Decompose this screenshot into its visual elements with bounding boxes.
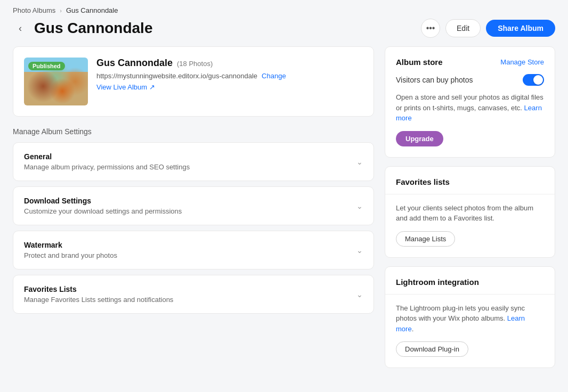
album-name: Gus Cannondale: [96, 58, 173, 69]
download-settings-section[interactable]: Download Settings Customize your downloa…: [13, 186, 374, 225]
back-button[interactable]: ‹: [13, 21, 28, 36]
general-settings-section[interactable]: General Manage album privacy, permission…: [13, 142, 374, 181]
manage-settings-label: Manage Album Settings: [13, 127, 374, 136]
general-section-desc: Manage album privacy, permissions and SE…: [24, 163, 190, 171]
lightroom-divider: [385, 294, 555, 295]
header-left: ‹ Gus Cannondale: [13, 20, 152, 37]
manage-lists-button[interactable]: Manage Lists: [396, 231, 455, 247]
left-panel: Published Gus Cannondale (18 Photos) htt…: [13, 46, 374, 377]
favorites-lists-settings-section[interactable]: Favorites Lists Manage Favorites Lists s…: [13, 275, 374, 314]
album-store-header: Album store Manage Store: [396, 58, 544, 67]
favorites-divider: [385, 194, 555, 194]
watermark-section-title: Watermark: [24, 241, 117, 249]
album-thumbnail-wrap: Published: [24, 58, 88, 105]
header-right: ••• Edit Share Album: [421, 19, 555, 38]
lightroom-card: Lightroom integration The Lightroom plug…: [385, 266, 555, 369]
photo-count: (18 Photos): [177, 60, 213, 68]
edit-button[interactable]: Edit: [445, 19, 481, 37]
album-url: https://mystunningwebsite.editorx.io/gus…: [96, 72, 257, 80]
visitors-buy-toggle-row: Visitors can buy photos: [396, 74, 544, 86]
share-album-button[interactable]: Share Album: [486, 20, 555, 37]
general-section-title: General: [24, 152, 190, 161]
breadcrumb-current: Gus Cannondale: [66, 6, 118, 14]
visitors-buy-label: Visitors can buy photos: [396, 76, 473, 84]
breadcrumb: Photo Albums › Gus Cannondale: [0, 0, 568, 14]
album-card: Published Gus Cannondale (18 Photos) htt…: [13, 46, 374, 117]
view-live-album-link[interactable]: View Live Album ↗: [96, 83, 363, 91]
published-badge: Published: [28, 62, 65, 70]
album-info: Gus Cannondale (18 Photos) https://mystu…: [96, 58, 363, 91]
page-header: ‹ Gus Cannondale ••• Edit Share Album: [0, 14, 568, 46]
album-store-desc: Open a store and sell your photos as dig…: [396, 92, 544, 124]
breadcrumb-parent[interactable]: Photo Albums: [13, 6, 55, 14]
favorites-lists-title: Favorites lists: [396, 177, 450, 186]
general-chevron-icon: ⌄: [356, 158, 363, 166]
lightroom-header: Lightroom integration: [396, 277, 544, 287]
album-store-card: Album store Manage Store Visitors can bu…: [385, 46, 555, 158]
lightroom-title: Lightroom integration: [396, 277, 479, 287]
main-content: Published Gus Cannondale (18 Photos) htt…: [0, 46, 568, 389]
favorites-section-title: Favorites Lists: [24, 285, 173, 293]
favorites-lists-desc: Let your clients select photos from the …: [396, 203, 544, 224]
download-section-desc: Customize your download settings and per…: [24, 207, 182, 215]
album-name-row: Gus Cannondale (18 Photos): [96, 58, 363, 69]
download-section-title: Download Settings: [24, 197, 182, 205]
manage-store-link[interactable]: Manage Store: [500, 58, 544, 66]
album-store-title: Album store: [396, 58, 443, 67]
breadcrumb-chevron-icon: ›: [60, 7, 62, 14]
favorites-lists-card: Favorites lists Let your clients select …: [385, 166, 555, 258]
external-link-icon: ↗: [149, 83, 155, 91]
right-panel: Album store Manage Store Visitors can bu…: [385, 46, 555, 377]
favorites-lists-header: Favorites lists: [396, 177, 544, 186]
change-url-link[interactable]: Change: [262, 72, 286, 80]
favorites-section-desc: Manage Favorites Lists settings and noti…: [24, 296, 173, 304]
download-chevron-icon: ⌄: [356, 202, 363, 210]
lightroom-desc: The Lightroom plug-in lets you easily sy…: [396, 303, 544, 334]
visitors-buy-toggle[interactable]: [523, 74, 544, 86]
download-plugin-button[interactable]: Download Plug-in: [396, 341, 468, 357]
favorites-chevron-icon: ⌄: [356, 290, 363, 299]
more-options-button[interactable]: •••: [421, 19, 440, 38]
upgrade-button[interactable]: Upgrade: [396, 131, 443, 146]
page-title: Gus Cannondale: [34, 20, 152, 37]
watermark-settings-section[interactable]: Watermark Protect and brand your photos …: [13, 231, 374, 270]
album-url-row: https://mystunningwebsite.editorx.io/gus…: [96, 72, 363, 80]
watermark-section-desc: Protect and brand your photos: [24, 251, 117, 259]
watermark-chevron-icon: ⌄: [356, 246, 363, 255]
